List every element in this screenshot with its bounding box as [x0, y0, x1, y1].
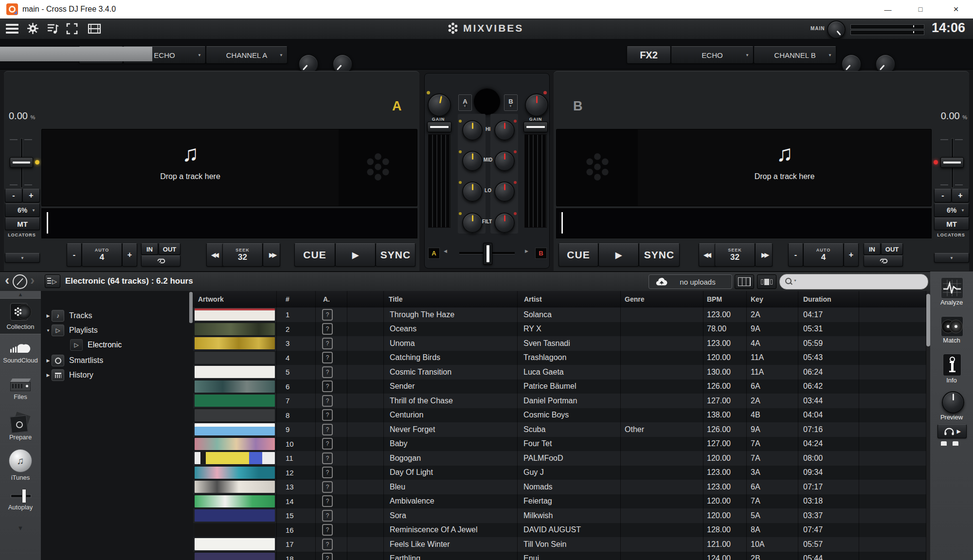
tree-item-smartlists[interactable]: ▶ Smartlists — [45, 354, 103, 367]
table-row[interactable]: 6 ? Sender Patrice Bäumel 126.00 6A 06:4… — [193, 379, 926, 394]
deck-b-pitch-fader[interactable] — [940, 157, 964, 168]
deck-b-volume-fader[interactable] — [523, 122, 548, 132]
table-row[interactable]: 2 ? Oceans RY X 78.00 9A 05:31 — [193, 322, 926, 337]
table-row[interactable]: 9 ? Never Forget Scuba Other 126.00 9A 0… — [193, 422, 926, 437]
tri-down-icon[interactable]: ▼ — [45, 328, 52, 333]
deck-b-play-button[interactable]: ▶ — [598, 243, 639, 267]
search-input[interactable]: ▼ — [779, 274, 928, 289]
table-row[interactable]: 3 ? Unoma Sven Tasnadi 123.00 4A 05:59 — [193, 336, 926, 351]
deck-a-sync-button[interactable]: SYNC — [376, 243, 415, 267]
header-tag[interactable] — [347, 291, 384, 307]
sidebar-item-itunes[interactable]: ♫ iTunes — [0, 449, 41, 482]
column-view-button[interactable] — [735, 274, 754, 289]
eq-b-hi-knob[interactable] — [494, 120, 515, 141]
deck-b-locators-expand-button[interactable]: ▼ — [934, 253, 969, 263]
deck-b-overview-strip[interactable] — [556, 208, 932, 238]
rail-scroll-up-icon[interactable]: ▲ — [0, 291, 41, 297]
deck-b-seek-forward-button[interactable]: ▶▶ — [755, 243, 773, 267]
table-row[interactable]: 11 ? Bogogan PALMFooD 120.00 7A 08:00 — [193, 451, 926, 466]
crossfader-handle[interactable] — [483, 243, 492, 265]
filter-b-knob[interactable] — [494, 213, 515, 233]
deck-a-pitch-fader[interactable] — [10, 157, 33, 168]
uploads-status[interactable]: no uploads — [649, 274, 732, 289]
deck-a-autoloop-button[interactable]: AUTO4 — [82, 243, 122, 267]
tri-right-icon[interactable]: ▶ — [45, 358, 52, 363]
header-analyzed[interactable]: A. — [316, 291, 347, 307]
eq-b-lo-knob[interactable] — [494, 181, 515, 202]
deck-a-loop-double-button[interactable]: + — [122, 243, 137, 267]
sidebar-item-soundcloud[interactable]: SoundCloud — [0, 338, 41, 368]
table-scrollbar-thumb[interactable] — [926, 294, 930, 346]
fx2-effect-select[interactable]: ECHO▼ — [671, 46, 754, 64]
deck-a-loop-half-button[interactable]: - — [67, 243, 82, 267]
minimize-button[interactable]: — — [873, 0, 902, 18]
header-bpm[interactable]: BPM — [703, 291, 747, 307]
deck-b-autoloop-button[interactable]: AUTO4 — [803, 243, 844, 267]
deck-a-loop-toggle-button[interactable] — [141, 255, 180, 267]
table-row[interactable]: 5 ? Cosmic Transition Luca Gaeta 130.00 … — [193, 365, 926, 379]
deck-a-loop-in-button[interactable]: IN — [141, 243, 158, 255]
tree-item-playlists[interactable]: ▼ ▷ Playlists — [45, 324, 98, 337]
nav-back-button[interactable]: ‹ — [5, 272, 9, 288]
table-row[interactable]: 7 ? Thrill of the Chase Daniel Portman 1… — [193, 394, 926, 408]
table-row[interactable]: 18 ? Earthling Enui 124.00 2B 05:44 — [193, 552, 926, 560]
header-number[interactable]: # — [277, 291, 316, 307]
deck-b-loop-out-button[interactable]: OUT — [881, 243, 903, 255]
main-volume-knob[interactable] — [827, 20, 846, 39]
tree-scrollbar[interactable] — [189, 292, 193, 323]
preview-play-button[interactable]: ▶ — [937, 424, 967, 438]
sidebar-item-prepare[interactable]: Prepare — [0, 409, 41, 444]
eq-a-hi-knob[interactable] — [462, 120, 483, 141]
nav-forward-button[interactable]: › — [30, 272, 35, 288]
deck-b-seek-length-button[interactable]: SEEK32 — [715, 243, 755, 267]
title-bar[interactable]: main - Cross DJ Free 3.4.0 — □ × — [0, 0, 973, 19]
match-button[interactable] — [941, 316, 963, 337]
deck-b-source-select[interactable]: B▼ — [504, 94, 518, 111]
rail-scroll-down-icon[interactable]: ▼ — [0, 524, 41, 532]
table-row[interactable]: 10 ? Baby Four Tet 127.00 7A 04:24 — [193, 437, 926, 452]
maximize-button[interactable]: □ — [906, 0, 935, 18]
tree-item-history[interactable]: ▶ History — [45, 369, 93, 381]
deck-a-master-tempo-button[interactable]: MT — [5, 217, 40, 230]
deck-a-loop-out-button[interactable]: OUT — [159, 243, 180, 255]
table-row[interactable]: 12 ? Day Of Light Guy J 123.00 3A 09:34 — [193, 466, 926, 480]
sidebar-item-collection[interactable]: Collection — [0, 298, 41, 334]
fullscreen-icon[interactable] — [66, 23, 78, 35]
gain-b-knob[interactable] — [525, 93, 548, 117]
sidebar-item-files[interactable]: Files — [0, 376, 41, 403]
preview-volume-knob[interactable] — [942, 391, 964, 414]
deck-a-source-select[interactable]: A▼ — [458, 94, 472, 111]
analyze-button[interactable] — [941, 277, 963, 299]
header-genre[interactable]: Genre — [621, 291, 703, 307]
deck-a-overview-strip[interactable] — [41, 208, 417, 238]
header-artist[interactable]: Artist — [518, 291, 621, 307]
sidebar-item-autoplay[interactable]: Autoplay — [0, 485, 41, 514]
header-artwork[interactable]: Artwork — [193, 291, 277, 307]
deck-a-seek-forward-button[interactable]: ▶▶ — [263, 243, 280, 267]
table-row[interactable]: 16 ? Reminiscence Of A Jewel DAVID AUGUS… — [193, 523, 926, 538]
table-row[interactable]: 8 ? Centurion Cosmic Boys 138.00 4B 04:0… — [193, 408, 926, 423]
eq-a-lo-knob[interactable] — [462, 181, 483, 202]
deck-a-pitch-minus-button[interactable]: - — [5, 189, 22, 202]
deck-b-waveform-area[interactable]: ♫ Drop a track here — [556, 129, 932, 206]
deck-a-seek-back-button[interactable]: ◀◀ — [206, 243, 224, 267]
table-row[interactable]: 14 ? Ambivalence Feiertag 120.00 7A 03:1… — [193, 494, 926, 509]
table-row[interactable]: 1 ? Through The Haze Solanca 123.00 2A 0… — [193, 307, 926, 322]
deck-b-pitch-range-select[interactable]: 6%▼ — [934, 203, 969, 217]
deck-a-cue-button[interactable]: CUE — [294, 243, 335, 267]
table-row[interactable]: 15 ? Sora Milkwish 120.00 5A 03:37 — [193, 508, 926, 523]
deck-b-seek-back-button[interactable]: ◀◀ — [699, 243, 716, 267]
deck-b-loop-toggle-button[interactable] — [864, 255, 903, 267]
browse-knob[interactable] — [474, 89, 500, 115]
header-duration[interactable]: Duration — [798, 291, 859, 307]
table-row[interactable]: 13 ? Bleu Nomads 123.00 6A 07:17 — [193, 480, 926, 494]
deck-a-play-button[interactable]: ▶ — [335, 243, 376, 267]
gain-a-knob[interactable] — [428, 93, 451, 117]
deck-b-sync-button[interactable]: SYNC — [639, 243, 680, 267]
compass-icon[interactable] — [13, 274, 27, 289]
eq-a-mid-knob[interactable] — [462, 151, 483, 171]
deck-b-loop-half-button[interactable]: - — [788, 243, 803, 267]
deck-a-locators-expand-button[interactable]: ▼ — [5, 253, 40, 263]
table-row[interactable]: 17 ? Feels Like Winter Till Von Sein 121… — [193, 537, 926, 552]
deck-b-cue-button[interactable]: CUE — [559, 243, 598, 267]
